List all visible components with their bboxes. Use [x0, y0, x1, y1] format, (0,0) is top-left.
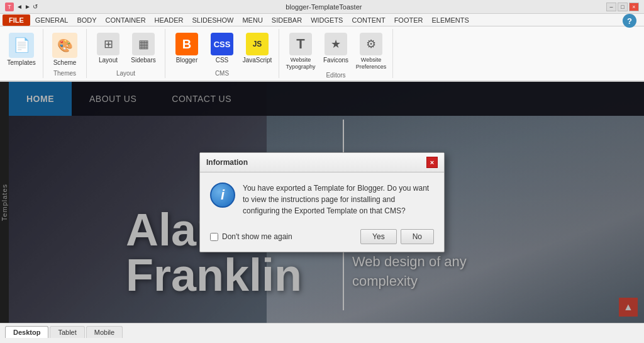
window-title: blogger-TemplateToaster [286, 3, 362, 11]
sidebars-icon: ▦ [132, 33, 155, 55]
ribbon: 📄 Templates 🎨 Scheme Themes ⊞ Layout ▦ S… [0, 26, 644, 82]
window-controls-left: ◄ ► ↺ [16, 3, 38, 10]
menu-file[interactable]: FILE [3, 14, 30, 26]
modal-body: i You have exported a Template for Blogg… [200, 172, 444, 224]
menu-general[interactable]: GENERAL [31, 15, 72, 25]
templates-icon: 📄 [9, 33, 34, 58]
ribbon-section-templates: 📄 Templates [0, 29, 43, 78]
favicons-icon: ★ [325, 33, 347, 55]
maximize-btn[interactable]: □ [618, 3, 628, 11]
info-icon: i [210, 183, 235, 208]
title-bar-left: T ◄ ► ↺ [5, 3, 42, 11]
layout-label: Layout [116, 70, 135, 78]
menu-body[interactable]: BODY [73, 15, 100, 25]
css-icon: CSS [211, 33, 233, 55]
scheme-button[interactable]: 🎨 Scheme [48, 31, 81, 67]
fwd-btn[interactable]: ► [25, 3, 31, 10]
app-icon: T [5, 3, 14, 11]
cms-label: CMS [215, 70, 229, 78]
information-dialog: Information × i You have exported a Temp… [199, 152, 445, 252]
modal-footer: Don't show me again Yes No [200, 224, 444, 252]
no-button[interactable]: No [401, 229, 434, 244]
back-btn[interactable]: ◄ [16, 3, 23, 10]
modal-buttons: Yes No [360, 229, 434, 244]
css-button[interactable]: CSS CSS [206, 31, 238, 65]
website-preferences-button[interactable]: ⚙ WebsitePreferences [355, 31, 387, 72]
ribbon-section-layout: ⊞ Layout ▦ Sidebars Layout [87, 29, 165, 78]
menu-bar: FILE GENERAL BODY CONTAINER HEADER SLIDE… [0, 14, 644, 26]
website-typography-button[interactable]: T WebsiteTypography [284, 31, 317, 72]
layout-icon: ⊞ [97, 33, 119, 55]
modal-overlay: Information × i You have exported a Temp… [0, 82, 644, 323]
editors-label: Editors [326, 72, 345, 80]
scheme-icon: 🎨 [52, 33, 77, 58]
modal-close-button[interactable]: × [426, 157, 438, 168]
menu-menu[interactable]: MENU [238, 15, 266, 25]
menu-slideshow[interactable]: SLIDESHOW [188, 15, 237, 25]
minimize-btn[interactable]: – [606, 3, 616, 11]
preferences-icon: ⚙ [360, 33, 382, 55]
dont-show-checkbox-row: Don't show me again [210, 232, 292, 241]
menu-container[interactable]: CONTAINER [102, 15, 150, 25]
modal-message: You have exported a Template for Blogger… [243, 183, 434, 216]
help-button[interactable]: ? [623, 14, 636, 28]
favicons-button[interactable]: ★ Favicons [319, 31, 352, 65]
close-btn[interactable]: × [629, 3, 639, 11]
layout-button[interactable]: ⊞ Layout [92, 31, 125, 65]
yes-button[interactable]: Yes [360, 229, 397, 244]
menu-content[interactable]: CONTENT [348, 15, 389, 25]
ribbon-section-themes: 🎨 Scheme Themes [43, 29, 87, 78]
tab-desktop[interactable]: Desktop [5, 326, 48, 338]
ribbon-section-cms: B Blogger CSS CSS JS JavaScript CMS [165, 29, 279, 78]
bottom-bar: Desktop Tablet Mobile [0, 323, 644, 340]
menu-widgets[interactable]: WIDGETS [307, 15, 347, 25]
javascript-button[interactable]: JS JavaScript [241, 31, 274, 65]
menu-sidebar[interactable]: SIDEBAR [268, 15, 306, 25]
ribbon-section-editors: T WebsiteTypography ★ Favicons ⚙ Website… [279, 29, 393, 78]
dont-show-label: Don't show me again [222, 232, 292, 241]
blogger-icon: B [175, 33, 198, 55]
menu-header[interactable]: HEADER [151, 15, 187, 25]
blogger-button[interactable]: B Blogger [170, 31, 203, 65]
dont-show-checkbox[interactable] [210, 233, 218, 241]
tab-mobile[interactable]: Mobile [86, 326, 123, 338]
refresh-btn[interactable]: ↺ [33, 3, 38, 10]
js-icon: JS [246, 33, 269, 55]
typography-icon: T [289, 33, 312, 55]
menu-footer[interactable]: FOOTER [391, 15, 427, 25]
preview-area: Templates HOME ABOUT US CONTACT US Alan … [0, 82, 644, 323]
templates-button[interactable]: 📄 Templates [5, 31, 38, 67]
modal-title: Information [206, 158, 248, 167]
menu-elements[interactable]: ELEMENTS [428, 15, 472, 25]
window-buttons: – □ × [606, 3, 639, 11]
themes-label: Themes [53, 70, 76, 78]
sidebars-button[interactable]: ▦ Sidebars [127, 31, 160, 65]
modal-header: Information × [200, 153, 444, 172]
title-bar: T ◄ ► ↺ blogger-TemplateToaster – □ × [0, 0, 644, 14]
tab-tablet[interactable]: Tablet [50, 326, 84, 338]
